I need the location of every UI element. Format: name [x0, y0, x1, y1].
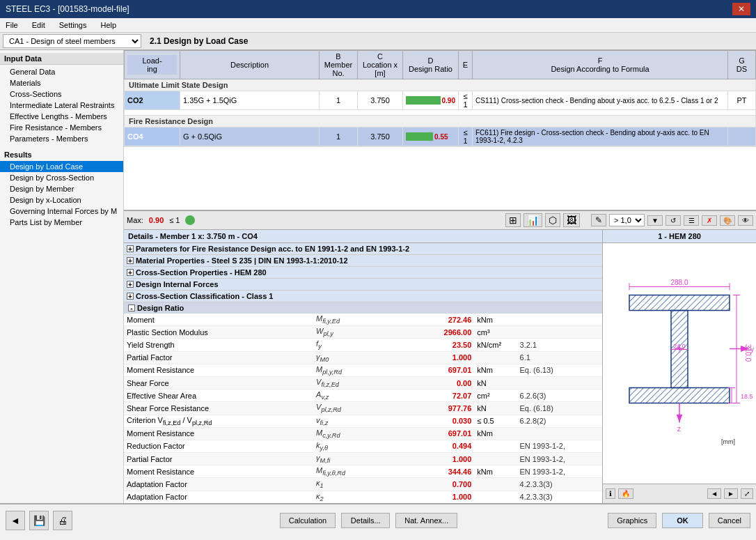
group-internal-forces[interactable]: +Design Internal Forces [124, 279, 602, 291]
cancel-button[interactable]: Cancel [709, 513, 750, 528]
sidebar: Input Data General Data Materials Cross-… [0, 50, 124, 503]
sidebar-item-governing[interactable]: Governing Internal Forces by M [0, 206, 123, 217]
max-label: Max: [127, 216, 143, 224]
col-f-header: FDesign According to Formula [473, 51, 728, 79]
refresh-btn[interactable]: ↺ [666, 215, 681, 226]
menu-file[interactable]: File [3, 20, 21, 31]
row-adaptation-factor-1: Adaptation Factor κ1 0.700 4.2.3.3(3) [124, 478, 602, 491]
filter-dropdown[interactable]: > 1,0 [609, 214, 645, 226]
ca-dropdown[interactable]: CA1 - Design of steel members [3, 34, 141, 48]
nav-back-btn[interactable]: ◄ [6, 511, 25, 530]
expand-classification[interactable]: + [127, 293, 134, 300]
row-partial-factor-2: Partial Factor γM,fi 1.000 EN 1993-1-2, [124, 453, 602, 465]
details-panel: Details - Member 1 x: 3.750 m - CO4 +Par… [124, 230, 603, 503]
formula-co2: CS111) Cross-section check - Bending abo… [473, 91, 728, 110]
expand-params[interactable]: + [127, 245, 134, 252]
expand-material[interactable]: + [127, 257, 134, 264]
sidebar-item-design-by-load[interactable]: Design by Load Case [0, 161, 123, 172]
section1-label: Ultimate Limit State Design [125, 79, 756, 91]
nav-floppy-btn[interactable]: 💾 [29, 511, 49, 530]
input-data-header: Input Data [0, 53, 123, 65]
cs-nav-left[interactable]: ◄ [707, 488, 721, 499]
sidebar-item-effective[interactable]: Effective Lengths - Members [0, 111, 123, 122]
loading-co2: CO2 [125, 91, 180, 110]
nav-print-btn[interactable]: 🖨 [53, 511, 72, 530]
svg-text:y: y [750, 346, 754, 353]
sidebar-item-intermediate[interactable]: Intermediate Lateral Restraints [0, 100, 123, 111]
row-effective-shear: Effective Shear Area Av,z 72.07 cm² 6.2.… [124, 389, 602, 402]
row-yield-strength: Yield Strength fy 23.50 kN/cm² 3.2.1 [124, 339, 602, 351]
sidebar-item-design-by-cross[interactable]: Design by Cross-Section [0, 172, 123, 183]
menu-bar: File Edit Settings Help [0, 18, 756, 33]
menu-settings[interactable]: Settings [56, 20, 90, 31]
group-classification[interactable]: +Cross-Section Classification - Class 1 [124, 291, 602, 302]
svg-text:z: z [677, 425, 681, 433]
main-table: Load-ing Description BMember No. CLocati… [124, 50, 756, 146]
expand-internal-forces[interactable]: + [127, 281, 134, 288]
details-button[interactable]: Details... [341, 513, 390, 528]
table-row-co4[interactable]: CO4 G + 0.5QiG 1 3.750 0.55 ≤ 1 [125, 128, 756, 146]
chart-icon-btn[interactable]: 📊 [523, 213, 542, 227]
ds-co2: PT [728, 91, 756, 110]
eye-icon-btn[interactable]: 👁 [738, 215, 753, 226]
sidebar-item-fire[interactable]: Fire Resistance - Members [0, 122, 123, 133]
title-bar: STEEL EC3 - [001583-model-file] ✕ [0, 0, 756, 18]
image-icon-btn[interactable]: 🖼 [563, 213, 580, 227]
fire-icon-btn[interactable]: 🔥 [618, 488, 633, 499]
export-icon-btn[interactable]: ⬡ [545, 213, 560, 227]
row-adaptation-factor-2: Adaptation Factor κ2 1.000 4.2.3.3(3) [124, 491, 602, 503]
loading-header: Load-ing [127, 55, 177, 75]
close-button[interactable]: ✕ [732, 3, 750, 15]
row-reduction-factor: Reduction Factor ky,θ 0.494 EN 1993-1-2, [124, 440, 602, 452]
row-shear-resistance: Shear Force Resistance Vpl,z,Rd 977.76 k… [124, 402, 602, 415]
ratio-co4: 0.55 [403, 128, 459, 146]
cs-nav-right[interactable]: ► [724, 488, 738, 499]
top-toolbar: CA1 - Design of steel members 2.1 Design… [0, 33, 756, 50]
graphics-button[interactable]: Graphics [608, 513, 656, 528]
details-table: +Parameters for Fire Resistance Design a… [124, 243, 602, 503]
group-material[interactable]: +Material Properties - Steel S 235 | DIN… [124, 255, 602, 267]
sidebar-item-materials[interactable]: Materials [0, 77, 123, 88]
cs-zoom-btn[interactable]: ⤢ [741, 488, 753, 499]
crosssection-panel: 1 - HEM 280 [603, 230, 756, 503]
sidebar-item-parameters[interactable]: Parameters - Members [0, 133, 123, 144]
expand-design-ratio[interactable]: - [128, 304, 135, 311]
table-icon-btn[interactable]: ☰ [684, 215, 699, 226]
app-title: STEEL EC3 - [001583-model-file] [6, 4, 129, 14]
leq-indicator: ≤ 1 [169, 216, 180, 224]
dropdown-btn[interactable]: ▼ [647, 215, 663, 226]
ok-button[interactable]: OK [662, 513, 703, 528]
expand-crosssection[interactable]: + [127, 269, 134, 276]
ds-co4 [728, 128, 756, 146]
left-icon-buttons: ◄ 💾 🖨 [6, 511, 72, 530]
leq-co2: ≤ 1 [459, 91, 473, 110]
table-row-co2[interactable]: CO2 1.35G + 1.5QiG 1 3.750 0.90 ≤ 1 [125, 91, 756, 110]
palette-icon-btn[interactable]: 🎨 [720, 215, 735, 226]
menu-help[interactable]: Help [97, 20, 119, 31]
delete-icon-btn[interactable]: ✗ [702, 215, 717, 226]
menu-edit[interactable]: Edit [29, 20, 48, 31]
design-ratio-header: -Design Ratio [124, 302, 602, 314]
location-co2: 3.750 [358, 91, 403, 110]
sidebar-item-cross-sections[interactable]: Cross-Sections [0, 88, 123, 100]
calculation-button[interactable]: Calculation [280, 513, 336, 528]
sidebar-item-parts-list[interactable]: Parts List by Member [0, 217, 123, 228]
col-e-header: E [459, 51, 473, 79]
crosssection-svg: 288.0 310.0 24.0 [603, 243, 756, 484]
group-crosssection[interactable]: +Cross-Section Properties - HEM 280 [124, 267, 602, 279]
sidebar-item-design-by-member[interactable]: Design by Member [0, 183, 123, 194]
sidebar-item-design-by-x[interactable]: Design by x-Location [0, 194, 123, 206]
loading-co4: CO4 [125, 128, 180, 146]
crosssection-drawing: 288.0 310.0 24.0 [603, 243, 756, 484]
filter-icon-btn[interactable]: ⊞ [505, 213, 521, 227]
col-d-header: DDesign Ratio [403, 51, 459, 79]
toolbar-edit-btn[interactable]: ✎ [591, 214, 606, 226]
group-params[interactable]: +Parameters for Fire Resistance Design a… [124, 243, 602, 255]
sidebar-item-general[interactable]: General Data [0, 66, 123, 77]
info-icon-btn[interactable]: ℹ [606, 488, 615, 499]
table-bottom-toolbar: Max: 0.90 ≤ 1 ⊞ 📊 ⬡ 🖼 ✎ > 1,0 ▼ ↺ ☰ ✗ 🎨 [124, 210, 756, 230]
row-criterion: Criterion Vfi,z,Ed / Vpl,z,Rd vfi,z 0.03… [124, 415, 602, 427]
nat-annex-button[interactable]: Nat. Annex... [395, 513, 457, 528]
row-moment-resistance-1: Moment Resistance Mpl,y,Rd 697.01 kNm Eq… [124, 364, 602, 376]
formula-co4: FC611) Fire design - Cross-section check… [473, 128, 728, 146]
